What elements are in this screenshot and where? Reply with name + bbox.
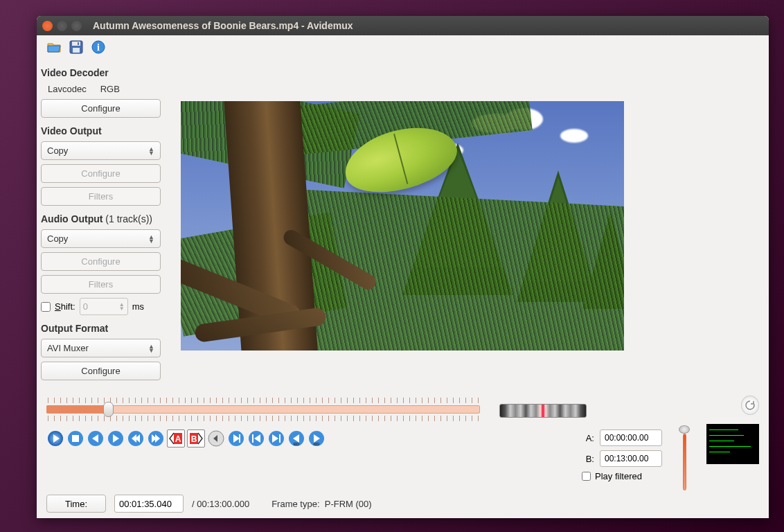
- video-output-value: Copy: [47, 145, 68, 156]
- volume-thumb[interactable]: [679, 425, 690, 434]
- set-marker-b-button[interactable]: B: [187, 429, 205, 447]
- info-icon[interactable]: i: [91, 39, 106, 55]
- audio-track-count: (1 track(s)): [105, 213, 152, 224]
- marker-a-value[interactable]: 00:00:00.00: [600, 429, 662, 446]
- marker-panel: A: 00:00:00.00 B: 00:13:00.00 Play filte…: [582, 429, 662, 481]
- audio-monitor: [706, 424, 759, 464]
- svg-text:BD: BD: [314, 442, 320, 446]
- svg-rect-1: [72, 42, 80, 46]
- play-filtered-checkbox[interactable]: [582, 472, 591, 481]
- svg-rect-23: [279, 434, 280, 443]
- svg-text:A: A: [175, 434, 181, 444]
- close-icon[interactable]: [42, 21, 53, 31]
- chevron-updown-icon: ▲▼: [148, 147, 154, 155]
- audio-output-select[interactable]: Copy ▲▼: [41, 229, 161, 248]
- sidebar: Video Decoder Lavcodec RGB Configure Vid…: [41, 62, 170, 388]
- video-output-configure-button: Configure: [41, 164, 161, 183]
- titlebar[interactable]: Autumn Awesomeness of Boonie Bears.mp4 -…: [37, 16, 769, 35]
- video-output-title: Video Output: [41, 123, 170, 139]
- jog-wheel[interactable]: [499, 404, 587, 418]
- frame-type: Frame type: P-FRM (00): [271, 499, 371, 509]
- transport-controls: A B BD BD: [46, 429, 326, 447]
- prev-black-button[interactable]: BD: [287, 429, 305, 447]
- shift-value: 0: [83, 301, 88, 312]
- bottom-panel: A B BD BD A: 00:00:00.00 B: 00:13:00.00: [37, 388, 769, 518]
- chevron-updown-icon: ▲▼: [148, 235, 154, 243]
- marker-b-label: B:: [582, 454, 594, 464]
- first-frame-button[interactable]: [247, 429, 265, 447]
- decoder-colorspace: RGB: [100, 84, 120, 94]
- toolbar: i: [37, 35, 769, 59]
- decoder-configure-button[interactable]: Configure: [41, 99, 161, 118]
- video-output-select[interactable]: Copy ▲▼: [41, 141, 161, 160]
- duration-label: / 00:13:00.000: [192, 499, 249, 509]
- chevron-updown-icon: ▲▼: [148, 344, 154, 353]
- slider-thumb[interactable]: [103, 402, 114, 417]
- set-marker-a-button[interactable]: A: [167, 429, 185, 447]
- svg-rect-8: [72, 435, 79, 442]
- video-output-filters-button: Filters: [41, 187, 161, 206]
- shift-checkbox[interactable]: [41, 302, 51, 312]
- audio-output-title: Audio Output (1 track(s)): [41, 211, 170, 227]
- svg-text:B: B: [191, 434, 197, 444]
- audio-output-value: Copy: [47, 233, 68, 244]
- volume-slider[interactable]: [679, 425, 690, 490]
- frame-type-value: P-FRM (00): [325, 499, 372, 509]
- output-format-select[interactable]: AVI Muxer ▲▼: [41, 339, 161, 357]
- open-icon[interactable]: [46, 39, 62, 55]
- prev-frame-button[interactable]: [87, 429, 105, 447]
- audio-output-configure-button: Configure: [41, 252, 161, 271]
- svg-text:BD: BD: [294, 442, 300, 446]
- decoder-codec: Lavcodec: [48, 84, 87, 94]
- next-cut-button[interactable]: [227, 429, 245, 447]
- audio-output-filters-button: Filters: [41, 275, 161, 294]
- shift-unit: ms: [132, 301, 144, 312]
- save-icon[interactable]: [69, 39, 84, 55]
- info-row: Time: 00:01:35.040 / 00:13:00.000 Frame …: [46, 495, 759, 513]
- time-input[interactable]: 00:01:35.040: [114, 495, 184, 513]
- refresh-thumbnail-icon[interactable]: [741, 396, 759, 415]
- video-frame[interactable]: [181, 101, 624, 351]
- svg-text:i: i: [97, 42, 100, 53]
- svg-rect-3: [78, 42, 79, 45]
- window-title: Autumn Awesomeness of Boonie Bears.mp4 -…: [93, 20, 353, 31]
- video-decoder-title: Video Decoder: [41, 64, 170, 81]
- svg-rect-21: [252, 434, 253, 443]
- next-black-button[interactable]: BD: [308, 429, 326, 447]
- video-preview-area: [181, 62, 759, 388]
- spinner-arrows-icon: ▲▼: [119, 303, 125, 311]
- minimize-icon[interactable]: [57, 21, 67, 31]
- app-window: Autumn Awesomeness of Boonie Bears.mp4 -…: [37, 16, 769, 518]
- time-button[interactable]: Time:: [46, 495, 106, 513]
- last-frame-button[interactable]: [267, 429, 285, 447]
- play-filtered-label: Play filtered: [595, 471, 642, 481]
- svg-rect-2: [73, 48, 80, 53]
- output-format-title: Output Format: [41, 320, 170, 337]
- marker-a-label: A:: [582, 433, 594, 443]
- maximize-icon[interactable]: [71, 21, 82, 31]
- output-format-configure-button[interactable]: Configure: [41, 362, 161, 380]
- stop-button[interactable]: [66, 429, 84, 447]
- marker-b-value[interactable]: 00:13:00.00: [600, 450, 662, 467]
- shift-spinner[interactable]: 0 ▲▼: [80, 298, 128, 315]
- svg-rect-19: [239, 434, 240, 443]
- shift-label: Shift:: [55, 301, 75, 312]
- next-keyframe-button[interactable]: [147, 429, 165, 447]
- prev-cut-button[interactable]: [207, 429, 225, 447]
- prev-keyframe-button[interactable]: [127, 429, 145, 447]
- output-format-value: AVI Muxer: [47, 343, 89, 353]
- next-frame-button[interactable]: [107, 429, 125, 447]
- play-button[interactable]: [46, 429, 64, 447]
- timeline-slider[interactable]: [46, 395, 480, 424]
